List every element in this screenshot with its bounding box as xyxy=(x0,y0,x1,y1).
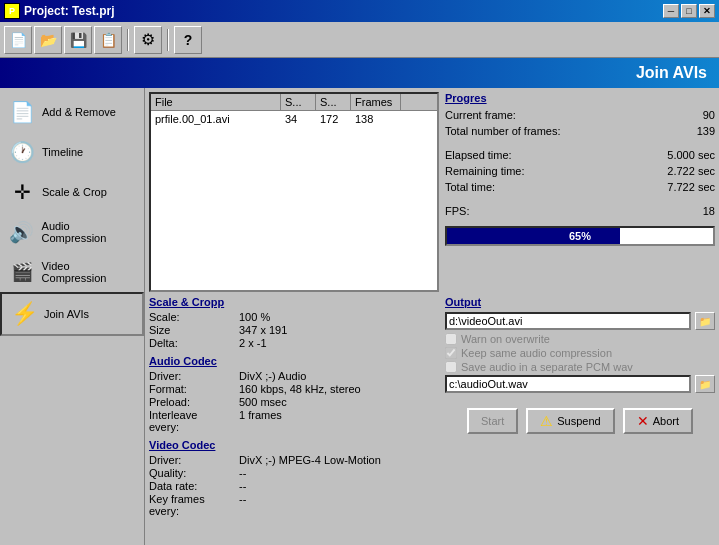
output-section: Output 📁 Warn on overwrite Keep same aud… xyxy=(445,296,715,396)
sidebar-label-add-remove: Add & Remove xyxy=(42,106,116,118)
elapsed-row: Elapsed time: 5.000 sec xyxy=(445,148,715,162)
suspend-label: Suspend xyxy=(557,415,600,427)
header-bar: Join AVIs xyxy=(0,58,719,88)
size-label: Size xyxy=(149,324,229,336)
abort-icon: ✕ xyxy=(637,413,649,429)
page-title: Join AVIs xyxy=(636,64,707,82)
title-bar-text: Project: Test.prj xyxy=(24,4,114,18)
title-bar: P Project: Test.prj ─ □ ✕ xyxy=(0,0,719,22)
warn-overwrite-label: Warn on overwrite xyxy=(461,333,550,345)
delta-label: Delta: xyxy=(149,337,229,349)
keep-audio-checkbox[interactable] xyxy=(445,347,457,359)
audio-output-row: 📁 xyxy=(445,375,715,393)
current-frame-value: 90 xyxy=(703,109,715,121)
saveas-button[interactable]: 📋 xyxy=(94,26,122,54)
col-frames: Frames xyxy=(351,94,401,110)
warn-overwrite-row: Warn on overwrite xyxy=(445,333,715,345)
top-section: File S... S... Frames prfile.00_01.avi 3… xyxy=(149,92,715,292)
progress-title: Progres xyxy=(445,92,715,104)
maximize-button[interactable]: □ xyxy=(681,4,697,18)
progress-bar-fill xyxy=(447,228,620,244)
timeline-icon: 🕐 xyxy=(8,138,36,166)
format-value: 160 kbps, 48 kHz, stereo xyxy=(239,383,361,395)
abort-label: Abort xyxy=(653,415,679,427)
sidebar-item-join-avis[interactable]: ⚡ Join AVIs xyxy=(0,292,144,336)
save-audio-checkbox[interactable] xyxy=(445,361,457,373)
save-audio-label: Save audio in a separate PCM wav xyxy=(461,361,633,373)
settings-button[interactable]: ⚙ xyxy=(134,26,162,54)
format-row: Format: 160 kbps, 48 kHz, stereo xyxy=(149,383,439,395)
v-driver-value: DivX ;-) MPEG-4 Low-Motion xyxy=(239,454,381,466)
new-button[interactable]: 📄 xyxy=(4,26,32,54)
sidebar-item-audio-compression[interactable]: 🔊 Audio Compression xyxy=(0,212,144,252)
elapsed-label: Elapsed time: xyxy=(445,149,512,161)
delta-row: Delta: 2 x -1 xyxy=(149,337,439,349)
driver-value: DivX ;-) Audio xyxy=(239,370,306,382)
sidebar-item-video-compression[interactable]: 🎬 Video Compression xyxy=(0,252,144,292)
quality-label: Quality: xyxy=(149,467,229,479)
progress-panel: Progres Current frame: 90 Total number o… xyxy=(445,92,715,292)
sidebar-item-scale-crop[interactable]: ✛ Scale & Crop xyxy=(0,172,144,212)
minimize-button[interactable]: ─ xyxy=(663,4,679,18)
cell-s2: 172 xyxy=(316,111,351,127)
audio-icon: 🔊 xyxy=(8,218,36,246)
toolbar: 📄 📂 💾 📋 ⚙ ? xyxy=(0,22,719,58)
toolbar-separator-2 xyxy=(167,29,169,51)
col-file: File xyxy=(151,94,281,110)
remaining-row: Remaining time: 2.722 sec xyxy=(445,164,715,178)
open-button[interactable]: 📂 xyxy=(34,26,62,54)
remaining-value: 2.722 sec xyxy=(667,165,715,177)
file-list-header: File S... S... Frames xyxy=(151,94,437,111)
abort-button[interactable]: ✕ Abort xyxy=(623,408,693,434)
video-browse-button[interactable]: 📁 xyxy=(695,312,715,330)
suspend-button[interactable]: ⚠ Suspend xyxy=(526,408,614,434)
size-row: Size 347 x 191 xyxy=(149,324,439,336)
table-row[interactable]: prfile.00_01.avi 34 172 138 xyxy=(151,111,437,127)
save-button[interactable]: 💾 xyxy=(64,26,92,54)
warning-icon: ⚠ xyxy=(540,413,553,429)
warn-overwrite-checkbox[interactable] xyxy=(445,333,457,345)
fps-label: FPS: xyxy=(445,205,469,217)
save-audio-row: Save audio in a separate PCM wav xyxy=(445,361,715,373)
sidebar-item-timeline[interactable]: 🕐 Timeline xyxy=(0,132,144,172)
elapsed-value: 5.000 sec xyxy=(667,149,715,161)
total-time-label: Total time: xyxy=(445,181,495,193)
delta-value: 2 x -1 xyxy=(239,337,267,349)
keep-audio-row: Keep same audio compression xyxy=(445,347,715,359)
remaining-label: Remaining time: xyxy=(445,165,524,177)
sidebar: 📄 Add & Remove 🕐 Timeline ✛ Scale & Crop… xyxy=(0,88,145,545)
title-bar-buttons: ─ □ ✕ xyxy=(663,4,715,18)
sidebar-item-add-remove[interactable]: 📄 Add & Remove xyxy=(0,92,144,132)
data-rate-label: Data rate: xyxy=(149,480,229,492)
sidebar-label-timeline: Timeline xyxy=(42,146,83,158)
current-frame-label: Current frame: xyxy=(445,109,516,121)
video-output-row: 📁 xyxy=(445,312,715,330)
cell-s1: 34 xyxy=(281,111,316,127)
total-time-value: 7.722 sec xyxy=(667,181,715,193)
keep-audio-label: Keep same audio compression xyxy=(461,347,612,359)
driver-label: Driver: xyxy=(149,370,229,382)
data-rate-value: -- xyxy=(239,480,246,492)
col-s1: S... xyxy=(281,94,316,110)
help-button[interactable]: ? xyxy=(174,26,202,54)
interleave-value: 1 frames xyxy=(239,409,282,433)
title-bar-left: P Project: Test.prj xyxy=(4,3,114,19)
key-frames-value: -- xyxy=(239,493,246,517)
video-codec-title: Video Codec xyxy=(149,439,439,451)
fps-value: 18 xyxy=(703,205,715,217)
audio-codec-title: Audio Codec xyxy=(149,355,439,367)
scale-crop-title: Scale & Cropp xyxy=(149,296,439,308)
data-rate-row: Data rate: -- xyxy=(149,480,439,492)
scale-value: 100 % xyxy=(239,311,270,323)
video-path-input[interactable] xyxy=(445,312,691,330)
toolbar-separator xyxy=(127,29,129,51)
close-button[interactable]: ✕ xyxy=(699,4,715,18)
sidebar-label-join: Join AVIs xyxy=(44,308,89,320)
start-button[interactable]: Start xyxy=(467,408,518,434)
audio-browse-button[interactable]: 📁 xyxy=(695,375,715,393)
app-icon: P xyxy=(4,3,20,19)
current-frame-row: Current frame: 90 xyxy=(445,108,715,122)
total-frames-label: Total number of frames: xyxy=(445,125,561,137)
audio-path-input[interactable] xyxy=(445,375,691,393)
sidebar-label-audio: Audio Compression xyxy=(42,220,136,244)
